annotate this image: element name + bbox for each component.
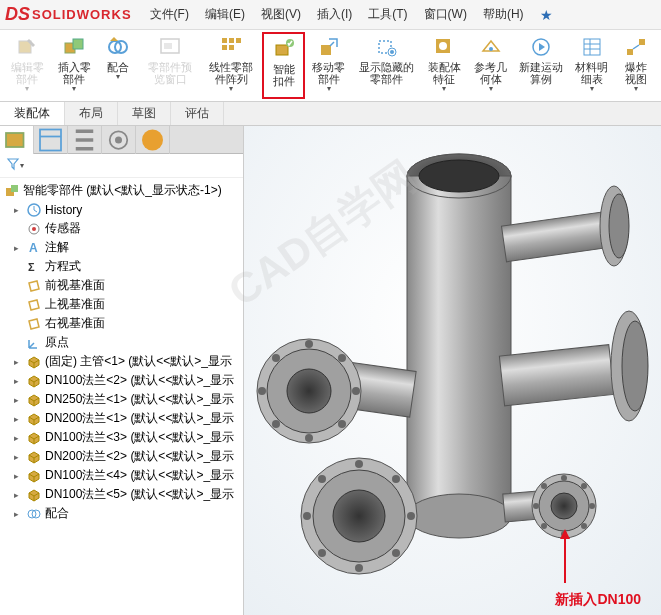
history-icon — [26, 202, 42, 218]
tree-item-label: 传感器 — [45, 220, 81, 237]
tree-item[interactable]: ▸DN200法兰<1> (默认<<默认>_显示 — [0, 409, 243, 428]
tree-item[interactable]: Σ方程式 — [0, 257, 243, 276]
svg-point-51 — [609, 194, 629, 258]
chevron-down-icon: ▾ — [590, 85, 594, 93]
graphics-viewport[interactable]: CAD自学网 新插入DN100 — [244, 126, 661, 615]
tree-item[interactable]: 传感器 — [0, 219, 243, 238]
filter-icon[interactable] — [6, 157, 20, 175]
menu-tools[interactable]: 工具(T) — [360, 3, 415, 26]
tree-item[interactable]: ▸DN100法兰<3> (默认<<默认>_显示 — [0, 428, 243, 447]
panel-tab-feature-tree[interactable] — [0, 126, 34, 154]
svg-point-46 — [407, 494, 511, 538]
mate-button[interactable]: 配合 ▾ — [97, 32, 139, 99]
edit-component-icon — [15, 35, 39, 59]
tree-toggle-icon[interactable]: ▸ — [14, 243, 24, 253]
tree-item[interactable]: 前视基准面 — [0, 276, 243, 295]
tree-toggle-icon[interactable]: ▸ — [14, 205, 24, 215]
svg-point-58 — [287, 369, 331, 413]
panel-tab-display[interactable] — [136, 126, 170, 154]
svg-point-69 — [333, 490, 385, 542]
assembly-features-button[interactable]: 装配体特征 ▾ — [421, 32, 468, 99]
tree-toggle-icon[interactable]: ▸ — [14, 452, 24, 462]
tab-assembly[interactable]: 装配体 — [0, 102, 65, 125]
svg-rect-12 — [276, 45, 288, 55]
new-motion-button[interactable]: 新建运动算例 — [514, 32, 568, 99]
svg-point-87 — [541, 523, 547, 529]
tree-item[interactable]: ▸配合 — [0, 504, 243, 523]
tab-sketch[interactable]: 草图 — [118, 102, 171, 125]
tree-toggle-icon[interactable]: ▸ — [14, 490, 24, 500]
star-icon[interactable]: ★ — [540, 7, 553, 23]
mate-icon — [26, 506, 42, 522]
chevron-down-icon: ▾ — [25, 85, 29, 93]
insert-component-icon — [62, 35, 86, 59]
tab-evaluate[interactable]: 评估 — [171, 102, 224, 125]
bom-button[interactable]: 材料明细表 ▾ — [568, 32, 615, 99]
svg-point-34 — [142, 130, 163, 151]
panel-tab-property[interactable] — [34, 126, 68, 154]
tab-layout[interactable]: 布局 — [65, 102, 118, 125]
svg-point-33 — [115, 137, 122, 144]
svg-point-72 — [407, 512, 415, 520]
tree-item[interactable]: 右视基准面 — [0, 314, 243, 333]
move-component-button[interactable]: 移动零部件 ▾ — [305, 32, 352, 99]
part-icon — [26, 468, 42, 484]
tree-item[interactable]: ▸DN200法兰<2> (默认<<默认>_显示 — [0, 447, 243, 466]
tree-item[interactable]: ▸DN100法兰<2> (默认<<默认>_显示 — [0, 371, 243, 390]
tree-toggle-icon[interactable]: ▸ — [14, 376, 24, 386]
menu-window[interactable]: 窗口(W) — [416, 3, 475, 26]
tree-item[interactable]: 原点 — [0, 333, 243, 352]
panel-tab-dimxpert[interactable] — [102, 126, 136, 154]
tree-item[interactable]: ▸DN100法兰<4> (默认<<默认>_显示 — [0, 466, 243, 485]
logo-ds-icon: DS — [5, 4, 30, 25]
reference-geometry-button[interactable]: 参考几何体 ▾ — [468, 32, 515, 99]
tree-toggle-icon[interactable]: ▸ — [14, 509, 24, 519]
part-icon — [26, 373, 42, 389]
chevron-down-icon: ▾ — [634, 85, 638, 93]
tree-toggle-icon[interactable]: ▸ — [14, 357, 24, 367]
svg-point-75 — [318, 549, 326, 557]
chevron-down-icon: ▾ — [116, 73, 120, 81]
svg-point-39 — [32, 227, 36, 231]
menu-view[interactable]: 视图(V) — [253, 3, 309, 26]
menu-help[interactable]: 帮助(H) — [475, 3, 532, 26]
panel-tab-config[interactable] — [68, 126, 102, 154]
tree-toggle-icon[interactable]: ▸ — [14, 433, 24, 443]
chevron-down-icon[interactable]: ▾ — [20, 162, 24, 170]
motion-icon — [529, 35, 553, 59]
svg-point-70 — [355, 460, 363, 468]
part-icon — [26, 487, 42, 503]
svg-point-89 — [541, 483, 547, 489]
chevron-down-icon: ▾ — [442, 85, 446, 93]
insert-component-button[interactable]: 插入零部件 ▾ — [51, 32, 98, 99]
tree-toggle-icon[interactable]: ▸ — [14, 414, 24, 424]
svg-point-59 — [305, 340, 313, 348]
tree-item[interactable]: ▸DN250法兰<1> (默认<<默认>_显示 — [0, 390, 243, 409]
tree-item[interactable]: 上视基准面 — [0, 295, 243, 314]
tree-item[interactable]: ▸(固定) 主管<1> (默认<<默认>_显示 — [0, 352, 243, 371]
show-hidden-button[interactable]: 显示隐藏的零部件 — [352, 32, 421, 99]
tree-item-label: DN100法兰<2> (默认<<默认>_显示 — [45, 372, 234, 389]
tree-item[interactable]: ▸DN100法兰<5> (默认<<默认>_显示 — [0, 485, 243, 504]
ref-geom-icon — [479, 35, 503, 59]
exploded-view-button[interactable]: 爆炸视图 ▾ — [615, 32, 657, 99]
menu-edit[interactable]: 编辑(E) — [197, 3, 253, 26]
menu-file[interactable]: 文件(F) — [142, 3, 197, 26]
smart-fasteners-button[interactable]: 智能扣件 — [262, 32, 305, 99]
svg-rect-52 — [499, 345, 614, 406]
svg-rect-45 — [407, 176, 511, 516]
linear-pattern-button[interactable]: 线性零部件阵列 ▾ — [201, 32, 262, 99]
tree-item[interactable]: ▸History — [0, 201, 243, 219]
tree-toggle-icon[interactable]: ▸ — [14, 395, 24, 405]
tree-root[interactable]: 智能零部件 (默认<默认_显示状态-1>) — [0, 180, 243, 201]
tree-item[interactable]: ▸A注解 — [0, 238, 243, 257]
svg-rect-22 — [584, 39, 600, 55]
sensor-icon — [26, 221, 42, 237]
tree-toggle-icon[interactable]: ▸ — [14, 471, 24, 481]
annotation-arrow — [564, 535, 566, 583]
svg-rect-8 — [229, 38, 234, 43]
tree-item-label: DN100法兰<4> (默认<<默认>_显示 — [45, 467, 234, 484]
exploded-icon — [624, 35, 648, 59]
tree-item-label: 配合 — [45, 505, 69, 522]
menu-insert[interactable]: 插入(I) — [309, 3, 360, 26]
